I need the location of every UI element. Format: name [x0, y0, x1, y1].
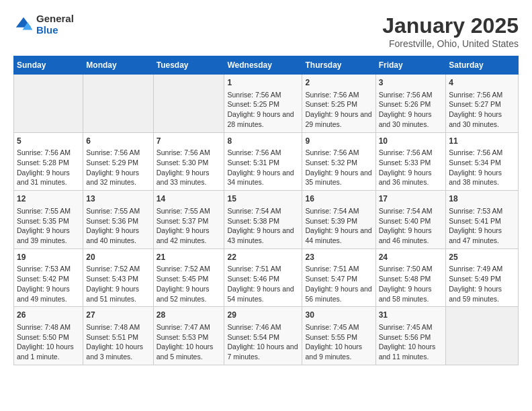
calendar-cell: 2Sunrise: 7:56 AMSunset: 5:25 PMDaylight… — [302, 75, 375, 133]
sunrise-text: Sunrise: 7:52 AM — [86, 265, 140, 273]
sunrise-text: Sunrise: 7:54 AM — [227, 207, 281, 215]
sunset-text: Sunset: 5:38 PM — [227, 217, 279, 225]
sunrise-text: Sunrise: 7:51 AM — [227, 265, 281, 273]
sunset-text: Sunset: 5:26 PM — [379, 100, 431, 108]
sunset-text: Sunset: 5:47 PM — [305, 275, 357, 283]
sunrise-text: Sunrise: 7:45 AM — [305, 323, 359, 331]
sunrise-text: Sunrise: 7:55 AM — [86, 207, 140, 215]
sunrise-text: Sunrise: 7:49 AM — [449, 265, 502, 273]
daylight-text: Daylight: 9 hours and 36 minutes. — [379, 169, 432, 187]
sunset-text: Sunset: 5:39 PM — [305, 217, 357, 225]
week-row-3: 19Sunrise: 7:53 AMSunset: 5:42 PMDayligh… — [14, 248, 519, 307]
calendar-cell: 31Sunrise: 7:45 AMSunset: 5:56 PMDayligh… — [375, 307, 446, 365]
daylight-text: Daylight: 10 hours and 9 minutes. — [305, 342, 362, 361]
sunrise-text: Sunrise: 7:45 AM — [379, 323, 433, 331]
day-number: 17 — [379, 193, 443, 205]
daylight-text: Daylight: 9 hours and 30 minutes. — [379, 110, 432, 128]
week-row-4: 26Sunrise: 7:48 AMSunset: 5:50 PMDayligh… — [14, 307, 519, 365]
daylight-text: Daylight: 10 hours and 3 minutes. — [86, 342, 143, 361]
calendar-cell: 4Sunrise: 7:56 AMSunset: 5:27 PMDaylight… — [446, 75, 519, 133]
sunset-text: Sunset: 5:45 PM — [157, 275, 209, 283]
calendar-cell: 25Sunrise: 7:49 AMSunset: 5:49 PMDayligh… — [446, 248, 519, 307]
calendar-cell — [83, 75, 153, 133]
sunset-text: Sunset: 5:53 PM — [157, 333, 209, 341]
week-row-0: 1Sunrise: 7:56 AMSunset: 5:25 PMDaylight… — [14, 75, 519, 133]
sunrise-text: Sunrise: 7:54 AM — [379, 207, 433, 215]
day-number: 15 — [227, 193, 299, 205]
day-number: 10 — [379, 136, 443, 147]
calendar-cell: 7Sunrise: 7:56 AMSunset: 5:30 PMDaylight… — [153, 132, 224, 191]
calendar-cell: 9Sunrise: 7:56 AMSunset: 5:32 PMDaylight… — [302, 132, 375, 191]
day-number: 11 — [449, 136, 515, 147]
sunset-text: Sunset: 5:25 PM — [227, 100, 279, 108]
daylight-text: Daylight: 9 hours and 59 minutes. — [449, 285, 502, 303]
calendar-cell — [446, 307, 519, 365]
calendar-cell: 30Sunrise: 7:45 AMSunset: 5:55 PMDayligh… — [302, 307, 375, 365]
day-number: 27 — [86, 310, 150, 321]
calendar-cell: 6Sunrise: 7:56 AMSunset: 5:29 PMDaylight… — [83, 132, 153, 191]
daylight-text: Daylight: 9 hours and 58 minutes. — [379, 285, 432, 303]
sunrise-text: Sunrise: 7:53 AM — [449, 207, 502, 215]
sunrise-text: Sunrise: 7:55 AM — [17, 207, 71, 215]
calendar-title: January 2025 — [382, 13, 519, 38]
calendar-subtitle: Forestville, Ohio, United States — [382, 38, 519, 49]
sunrise-text: Sunrise: 7:56 AM — [17, 148, 71, 156]
sunset-text: Sunset: 5:25 PM — [305, 100, 357, 108]
header-cell-sunday: Sunday — [14, 56, 83, 75]
day-number: 3 — [379, 77, 443, 89]
day-number: 14 — [157, 193, 222, 205]
day-number: 31 — [379, 310, 443, 321]
sunrise-text: Sunrise: 7:55 AM — [157, 207, 210, 215]
logo-icon — [13, 15, 34, 35]
day-number: 5 — [17, 136, 80, 147]
day-number: 1 — [227, 77, 299, 89]
logo: General Blue — [13, 13, 74, 36]
day-number: 24 — [379, 252, 443, 263]
calendar-cell: 10Sunrise: 7:56 AMSunset: 5:33 PMDayligh… — [375, 132, 446, 191]
header-cell-monday: Monday — [83, 56, 153, 75]
sunset-text: Sunset: 5:40 PM — [379, 217, 431, 225]
daylight-text: Daylight: 9 hours and 38 minutes. — [449, 169, 502, 187]
logo-blue: Blue — [36, 25, 74, 36]
day-number: 18 — [449, 193, 515, 205]
sunrise-text: Sunrise: 7:52 AM — [157, 265, 210, 273]
daylight-text: Daylight: 9 hours and 54 minutes. — [227, 285, 294, 303]
day-number: 28 — [157, 310, 222, 321]
daylight-text: Daylight: 10 hours and 1 minute. — [17, 342, 74, 361]
sunrise-text: Sunrise: 7:56 AM — [305, 148, 359, 156]
calendar-cell: 23Sunrise: 7:51 AMSunset: 5:47 PMDayligh… — [302, 248, 375, 307]
sunset-text: Sunset: 5:41 PM — [449, 217, 501, 225]
sunset-text: Sunset: 5:37 PM — [157, 217, 209, 225]
daylight-text: Daylight: 9 hours and 32 minutes. — [86, 169, 139, 187]
sunrise-text: Sunrise: 7:56 AM — [305, 91, 359, 99]
sunrise-text: Sunrise: 7:51 AM — [305, 265, 359, 273]
sunset-text: Sunset: 5:50 PM — [17, 333, 69, 341]
sunrise-text: Sunrise: 7:56 AM — [449, 148, 502, 156]
calendar-cell: 22Sunrise: 7:51 AMSunset: 5:46 PMDayligh… — [224, 248, 302, 307]
day-number: 30 — [305, 310, 372, 321]
sunrise-text: Sunrise: 7:50 AM — [379, 265, 433, 273]
sunrise-text: Sunrise: 7:56 AM — [86, 148, 140, 156]
daylight-text: Daylight: 9 hours and 44 minutes. — [305, 226, 371, 244]
calendar-cell: 12Sunrise: 7:55 AMSunset: 5:35 PMDayligh… — [14, 191, 83, 249]
sunrise-text: Sunrise: 7:56 AM — [227, 91, 281, 99]
calendar-cell: 24Sunrise: 7:50 AMSunset: 5:48 PMDayligh… — [375, 248, 446, 307]
sunset-text: Sunset: 5:36 PM — [86, 217, 138, 225]
calendar-cell — [14, 75, 83, 133]
sunset-text: Sunset: 5:34 PM — [449, 158, 501, 167]
daylight-text: Daylight: 9 hours and 43 minutes. — [227, 226, 294, 244]
day-number: 25 — [449, 252, 515, 263]
calendar-body: 1Sunrise: 7:56 AMSunset: 5:25 PMDaylight… — [14, 75, 519, 365]
calendar-cell: 14Sunrise: 7:55 AMSunset: 5:37 PMDayligh… — [153, 191, 224, 249]
day-number: 21 — [157, 252, 222, 263]
calendar-header: SundayMondayTuesdayWednesdayThursdayFrid… — [14, 56, 519, 75]
calendar-cell: 13Sunrise: 7:55 AMSunset: 5:36 PMDayligh… — [83, 191, 153, 249]
day-number: 16 — [305, 193, 372, 205]
sunrise-text: Sunrise: 7:56 AM — [379, 91, 433, 99]
logo-text: General Blue — [36, 13, 74, 36]
sunset-text: Sunset: 5:30 PM — [157, 158, 209, 167]
header-cell-tuesday: Tuesday — [153, 56, 224, 75]
day-number: 8 — [227, 136, 299, 147]
calendar-cell: 27Sunrise: 7:48 AMSunset: 5:51 PMDayligh… — [83, 307, 153, 365]
day-number: 4 — [449, 77, 515, 89]
